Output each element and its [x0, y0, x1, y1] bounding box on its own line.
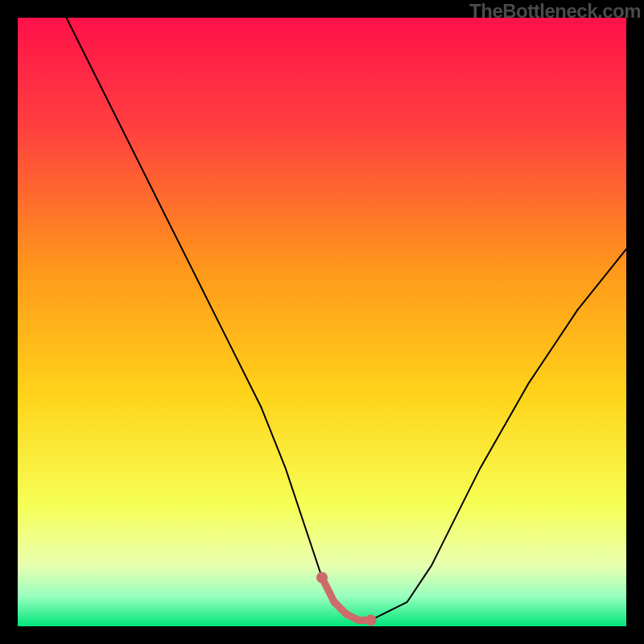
watermark-text: TheBottleneck.com [469, 0, 641, 23]
gradient-background [18, 18, 626, 626]
plot-area [18, 18, 626, 626]
chart-frame: TheBottleneck.com [0, 0, 644, 644]
plot-svg [18, 18, 626, 626]
